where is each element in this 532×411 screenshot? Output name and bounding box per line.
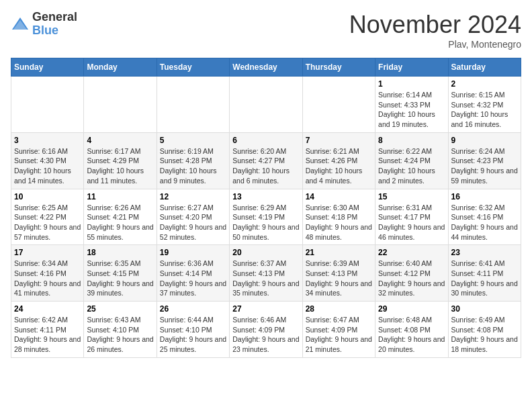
- day-number: 8: [378, 136, 445, 145]
- day-number: 30: [451, 304, 518, 314]
- day-cell: 28Sunrise: 6:47 AM Sunset: 4:09 PM Dayli…: [302, 302, 375, 358]
- day-number: 16: [451, 192, 518, 201]
- logo-general: General: [32, 11, 77, 24]
- week-row-1: 1Sunrise: 6:14 AM Sunset: 4:33 PM Daylig…: [11, 77, 521, 133]
- day-detail: Sunrise: 6:47 AM Sunset: 4:09 PM Dayligh…: [306, 315, 372, 355]
- day-detail: Sunrise: 6:22 AM Sunset: 4:24 PM Dayligh…: [378, 146, 445, 186]
- day-detail: Sunrise: 6:30 AM Sunset: 4:18 PM Dayligh…: [306, 203, 372, 242]
- day-cell: 26Sunrise: 6:44 AM Sunset: 4:10 PM Dayli…: [157, 302, 229, 358]
- header-row: SundayMondayTuesdayWednesdayThursdayFrid…: [11, 58, 521, 77]
- day-number: 13: [232, 192, 299, 201]
- day-number: 15: [378, 192, 445, 201]
- day-detail: Sunrise: 6:49 AM Sunset: 4:08 PM Dayligh…: [451, 315, 518, 355]
- day-detail: Sunrise: 6:27 AM Sunset: 4:20 PM Dayligh…: [160, 203, 226, 242]
- week-row-4: 17Sunrise: 6:34 AM Sunset: 4:16 PM Dayli…: [11, 245, 521, 302]
- day-cell: 11Sunrise: 6:26 AM Sunset: 4:21 PM Dayli…: [84, 189, 157, 245]
- header-cell-tuesday: Tuesday: [157, 58, 229, 77]
- day-detail: Sunrise: 6:25 AM Sunset: 4:22 PM Dayligh…: [14, 203, 81, 242]
- day-cell: [11, 77, 84, 133]
- day-number: 20: [232, 248, 299, 257]
- header-cell-monday: Monday: [84, 58, 157, 77]
- header-cell-friday: Friday: [375, 58, 448, 77]
- day-detail: Sunrise: 6:19 AM Sunset: 4:28 PM Dayligh…: [160, 146, 226, 186]
- month-title: November 2024: [349, 11, 521, 39]
- day-detail: Sunrise: 6:21 AM Sunset: 4:26 PM Dayligh…: [306, 146, 372, 186]
- day-cell: [230, 77, 302, 133]
- day-cell: 3Sunrise: 6:16 AM Sunset: 4:30 PM Daylig…: [11, 132, 84, 189]
- logo-text: General Blue: [32, 11, 77, 38]
- location: Plav, Montenegro: [349, 39, 521, 50]
- day-number: 5: [160, 136, 226, 145]
- day-detail: Sunrise: 6:34 AM Sunset: 4:16 PM Dayligh…: [14, 259, 81, 298]
- day-detail: Sunrise: 6:26 AM Sunset: 4:21 PM Dayligh…: [87, 203, 153, 242]
- day-number: 9: [451, 136, 518, 145]
- day-cell: 19Sunrise: 6:36 AM Sunset: 4:14 PM Dayli…: [157, 245, 229, 302]
- header-cell-thursday: Thursday: [302, 58, 375, 77]
- day-cell: 16Sunrise: 6:32 AM Sunset: 4:16 PM Dayli…: [448, 189, 521, 245]
- calendar-table: SundayMondayTuesdayWednesdayThursdayFrid…: [11, 58, 521, 358]
- day-cell: 8Sunrise: 6:22 AM Sunset: 4:24 PM Daylig…: [375, 132, 448, 189]
- day-number: 24: [14, 304, 81, 314]
- day-cell: 15Sunrise: 6:31 AM Sunset: 4:17 PM Dayli…: [375, 189, 448, 245]
- day-detail: Sunrise: 6:15 AM Sunset: 4:32 PM Dayligh…: [451, 90, 518, 130]
- page-header: General Blue November 2024 Plav, Montene…: [11, 11, 521, 50]
- day-number: 23: [451, 248, 518, 257]
- day-detail: Sunrise: 6:40 AM Sunset: 4:12 PM Dayligh…: [378, 259, 445, 298]
- day-number: 29: [378, 304, 445, 314]
- day-cell: 27Sunrise: 6:46 AM Sunset: 4:09 PM Dayli…: [230, 302, 302, 358]
- day-cell: [84, 77, 157, 133]
- day-detail: Sunrise: 6:46 AM Sunset: 4:09 PM Dayligh…: [232, 315, 299, 355]
- day-detail: Sunrise: 6:14 AM Sunset: 4:33 PM Dayligh…: [378, 90, 445, 130]
- day-number: 17: [14, 248, 81, 257]
- day-cell: 22Sunrise: 6:40 AM Sunset: 4:12 PM Dayli…: [375, 245, 448, 302]
- week-row-5: 24Sunrise: 6:42 AM Sunset: 4:11 PM Dayli…: [11, 302, 521, 358]
- day-detail: Sunrise: 6:37 AM Sunset: 4:13 PM Dayligh…: [232, 259, 299, 298]
- day-detail: Sunrise: 6:17 AM Sunset: 4:29 PM Dayligh…: [87, 146, 153, 186]
- day-number: 21: [306, 248, 372, 257]
- day-cell: 17Sunrise: 6:34 AM Sunset: 4:16 PM Dayli…: [11, 245, 84, 302]
- day-number: 11: [87, 192, 153, 201]
- day-number: 6: [232, 136, 299, 145]
- day-cell: [302, 77, 375, 133]
- day-cell: 29Sunrise: 6:48 AM Sunset: 4:08 PM Dayli…: [375, 302, 448, 358]
- day-cell: [157, 77, 229, 133]
- day-cell: 24Sunrise: 6:42 AM Sunset: 4:11 PM Dayli…: [11, 302, 84, 358]
- day-detail: Sunrise: 6:42 AM Sunset: 4:11 PM Dayligh…: [14, 315, 81, 355]
- day-detail: Sunrise: 6:43 AM Sunset: 4:10 PM Dayligh…: [87, 315, 153, 355]
- day-number: 26: [160, 304, 226, 314]
- day-number: 4: [87, 136, 153, 145]
- day-detail: Sunrise: 6:36 AM Sunset: 4:14 PM Dayligh…: [160, 259, 226, 298]
- day-cell: 21Sunrise: 6:39 AM Sunset: 4:13 PM Dayli…: [302, 245, 375, 302]
- day-detail: Sunrise: 6:31 AM Sunset: 4:17 PM Dayligh…: [378, 203, 445, 242]
- day-cell: 30Sunrise: 6:49 AM Sunset: 4:08 PM Dayli…: [448, 302, 521, 358]
- week-row-2: 3Sunrise: 6:16 AM Sunset: 4:30 PM Daylig…: [11, 132, 521, 189]
- day-cell: 5Sunrise: 6:19 AM Sunset: 4:28 PM Daylig…: [157, 132, 229, 189]
- day-cell: 10Sunrise: 6:25 AM Sunset: 4:22 PM Dayli…: [11, 189, 84, 245]
- day-detail: Sunrise: 6:20 AM Sunset: 4:27 PM Dayligh…: [232, 146, 299, 186]
- week-row-3: 10Sunrise: 6:25 AM Sunset: 4:22 PM Dayli…: [11, 189, 521, 245]
- day-detail: Sunrise: 6:35 AM Sunset: 4:15 PM Dayligh…: [87, 259, 153, 298]
- day-detail: Sunrise: 6:44 AM Sunset: 4:10 PM Dayligh…: [160, 315, 226, 355]
- day-cell: 7Sunrise: 6:21 AM Sunset: 4:26 PM Daylig…: [302, 132, 375, 189]
- day-cell: 25Sunrise: 6:43 AM Sunset: 4:10 PM Dayli…: [84, 302, 157, 358]
- day-number: 3: [14, 136, 81, 145]
- title-block: November 2024 Plav, Montenegro: [349, 11, 521, 50]
- day-number: 14: [306, 192, 372, 201]
- logo-icon: [11, 15, 30, 34]
- day-detail: Sunrise: 6:24 AM Sunset: 4:23 PM Dayligh…: [451, 146, 518, 186]
- day-number: 1: [378, 79, 445, 89]
- day-number: 28: [306, 304, 372, 314]
- day-number: 10: [14, 192, 81, 201]
- calendar-header: SundayMondayTuesdayWednesdayThursdayFrid…: [11, 58, 521, 77]
- day-number: 19: [160, 248, 226, 257]
- day-detail: Sunrise: 6:41 AM Sunset: 4:11 PM Dayligh…: [451, 259, 518, 298]
- header-cell-sunday: Sunday: [11, 58, 84, 77]
- day-detail: Sunrise: 6:29 AM Sunset: 4:19 PM Dayligh…: [232, 203, 299, 242]
- day-cell: 18Sunrise: 6:35 AM Sunset: 4:15 PM Dayli…: [84, 245, 157, 302]
- day-cell: 13Sunrise: 6:29 AM Sunset: 4:19 PM Dayli…: [230, 189, 302, 245]
- day-cell: 2Sunrise: 6:15 AM Sunset: 4:32 PM Daylig…: [448, 77, 521, 133]
- day-detail: Sunrise: 6:32 AM Sunset: 4:16 PM Dayligh…: [451, 203, 518, 242]
- day-cell: 1Sunrise: 6:14 AM Sunset: 4:33 PM Daylig…: [375, 77, 448, 133]
- logo: General Blue: [11, 11, 77, 38]
- day-number: 22: [378, 248, 445, 257]
